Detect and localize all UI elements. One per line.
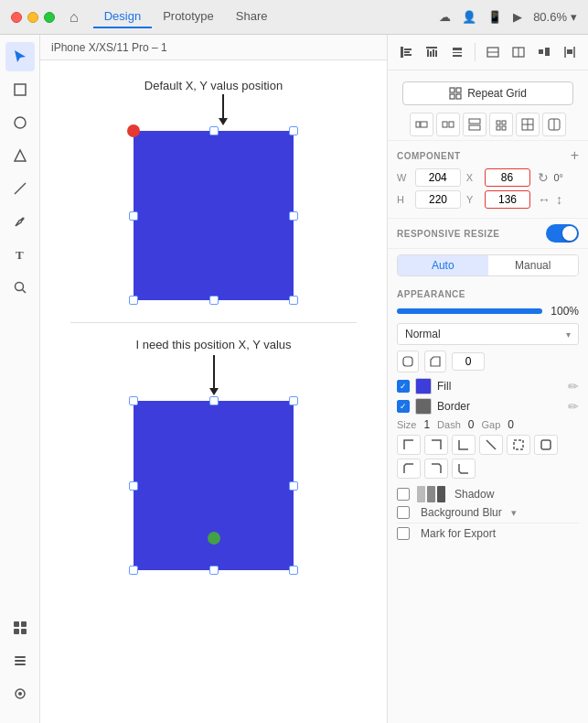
- shadow-checkbox[interactable]: [397, 488, 410, 501]
- plugins-icon[interactable]: [5, 679, 35, 708]
- canvas-content[interactable]: Default X, Y valus position: [40, 60, 387, 723]
- tab-manual[interactable]: Manual: [488, 255, 579, 275]
- handle-mr[interactable]: [289, 211, 298, 221]
- handle-ml[interactable]: [129, 211, 138, 221]
- corner-btn-8[interactable]: [424, 459, 448, 479]
- corner-btn-7[interactable]: [397, 459, 421, 479]
- align-icon-6[interactable]: [533, 40, 555, 64]
- align-icon-5[interactable]: [508, 40, 529, 64]
- fill-checkbox[interactable]: [397, 380, 410, 393]
- select-tool[interactable]: [5, 42, 35, 71]
- annotation-top: Default X, Y valus position: [144, 79, 283, 92]
- tab-share[interactable]: Share: [225, 5, 279, 28]
- corner-btn-6[interactable]: [534, 435, 558, 455]
- device-icon[interactable]: 📱: [487, 10, 502, 24]
- layers-icon[interactable]: [5, 646, 35, 675]
- border-dash-value: 0: [468, 418, 475, 431]
- blur-chevron-icon[interactable]: ▾: [511, 507, 517, 519]
- handle-bc-2[interactable]: [209, 566, 219, 575]
- responsive-resize-toggle[interactable]: [546, 224, 579, 243]
- rg-icon-3[interactable]: [463, 113, 486, 136]
- zoom-tool[interactable]: [5, 273, 35, 302]
- x-input[interactable]: [485, 168, 530, 187]
- handle-tl-2[interactable]: [129, 396, 138, 405]
- handle-tc-2[interactable]: [209, 396, 219, 405]
- corner-btn-4[interactable]: [479, 435, 503, 455]
- minimize-button[interactable]: [27, 12, 38, 23]
- handle-tr[interactable]: [289, 126, 298, 135]
- svg-rect-17: [401, 47, 403, 58]
- corner-btn-3[interactable]: [452, 435, 476, 455]
- rg-icon-6[interactable]: [542, 113, 566, 136]
- user-icon[interactable]: 👤: [462, 10, 476, 24]
- border-color-swatch[interactable]: [415, 398, 432, 415]
- svg-marker-2: [15, 150, 26, 161]
- w-input[interactable]: [415, 168, 461, 187]
- fill-color-swatch[interactable]: [415, 378, 432, 394]
- fullscreen-button[interactable]: [44, 12, 55, 23]
- component-box-top[interactable]: [134, 131, 294, 300]
- rg-icon-1[interactable]: [410, 113, 433, 136]
- ellipse-tool[interactable]: [5, 108, 35, 137]
- blend-mode-dropdown[interactable]: Normal ▾: [397, 323, 579, 345]
- handle-bc[interactable]: [209, 296, 219, 305]
- rotate-icon[interactable]: ↻: [538, 170, 549, 185]
- handle-tc[interactable]: [209, 126, 219, 135]
- handle-mr-2[interactable]: [289, 481, 298, 491]
- blur-checkbox[interactable]: [397, 506, 410, 519]
- handle-ml-2[interactable]: [129, 481, 138, 491]
- zoom-control[interactable]: 80.6% ▾: [533, 10, 577, 24]
- rg-icon-5[interactable]: [516, 113, 540, 136]
- align-icon-4[interactable]: [482, 40, 504, 64]
- handle-tr-2[interactable]: [289, 396, 298, 405]
- export-checkbox[interactable]: [397, 527, 410, 540]
- close-button[interactable]: [11, 12, 22, 23]
- play-icon[interactable]: ▶: [513, 10, 522, 24]
- corner-cut-icon[interactable]: [424, 351, 446, 372]
- tab-auto[interactable]: Auto: [398, 255, 488, 275]
- tab-design[interactable]: Design: [93, 5, 152, 28]
- fill-edit-icon[interactable]: ✏: [568, 379, 579, 394]
- assets-icon[interactable]: [5, 613, 35, 642]
- border-checkbox[interactable]: [397, 400, 410, 413]
- border-gap-value: 0: [508, 418, 514, 431]
- border-label: Border: [437, 400, 562, 413]
- triangle-tool[interactable]: [5, 141, 35, 170]
- tab-prototype[interactable]: Prototype: [152, 5, 225, 28]
- distribute-icon[interactable]: [559, 40, 581, 64]
- rg-icon-2[interactable]: [436, 113, 460, 136]
- align-icon-2[interactable]: [421, 40, 443, 64]
- opacity-slider[interactable]: [397, 308, 542, 314]
- corner-round-icon[interactable]: [397, 351, 419, 372]
- handle-bl-2[interactable]: [129, 566, 138, 575]
- rectangle-tool[interactable]: [5, 75, 35, 104]
- h-input[interactable]: [415, 190, 461, 209]
- svg-rect-24: [433, 49, 434, 57]
- corner-btn-9[interactable]: [452, 459, 476, 479]
- text-tool[interactable]: T: [5, 240, 35, 269]
- corner-btn-5[interactable]: [507, 435, 530, 455]
- align-icon-1[interactable]: [395, 40, 417, 64]
- repeat-grid-button[interactable]: Repeat Grid: [402, 81, 573, 105]
- handle-bl[interactable]: [129, 296, 138, 305]
- corner-radius-input[interactable]: [452, 352, 485, 371]
- rg-icon-4[interactable]: [489, 113, 513, 136]
- home-icon[interactable]: ⌂: [69, 9, 79, 26]
- pen-tool[interactable]: [5, 207, 35, 236]
- flip-v-icon[interactable]: ↕: [556, 192, 562, 207]
- corner-btn-1[interactable]: [397, 435, 421, 455]
- line-tool[interactable]: [5, 174, 35, 203]
- border-edit-icon[interactable]: ✏: [568, 399, 579, 414]
- artboard-label: iPhone X/XS/11 Pro – 1: [51, 41, 167, 54]
- cloud-icon[interactable]: ☁: [439, 10, 451, 24]
- corner-btn-2[interactable]: [424, 435, 448, 455]
- y-input[interactable]: [485, 190, 530, 209]
- align-icon-3[interactable]: [446, 40, 468, 64]
- svg-rect-34: [545, 48, 550, 56]
- flip-h-icon[interactable]: ↔: [538, 192, 551, 207]
- component-add-button[interactable]: +: [571, 148, 579, 163]
- mark-export-row: Mark for Export: [397, 523, 579, 540]
- component-box-bottom[interactable]: [134, 401, 294, 570]
- handle-br-2[interactable]: [289, 566, 298, 575]
- handle-br[interactable]: [289, 296, 298, 305]
